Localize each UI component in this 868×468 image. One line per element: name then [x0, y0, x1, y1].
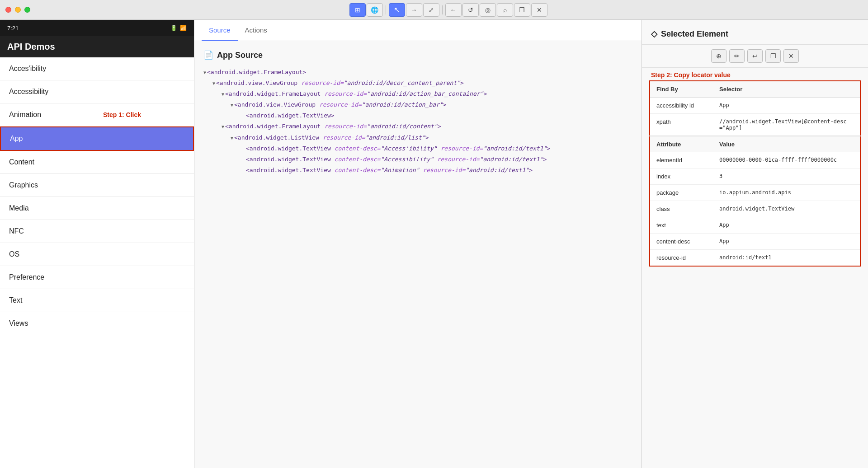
signal-icon: 📶	[180, 25, 187, 31]
xml-tree-row[interactable]: <android.widget.TextView>	[203, 111, 632, 121]
toolbar-separator-2	[442, 5, 443, 14]
arrow-right-button[interactable]: →	[406, 3, 422, 17]
back-icon: ←	[450, 6, 457, 14]
selected-element-header: ◇ Selected Element	[642, 20, 868, 45]
copy-icon: ❐	[519, 6, 525, 14]
locator-table: Find By Selector accessibility idAppxpat…	[649, 80, 861, 267]
grid-view-button[interactable]: ⊞	[349, 3, 366, 17]
tree-arrow[interactable]: ▼	[212, 80, 215, 87]
xml-tree-row[interactable]: ▼ <android.view.ViewGroup resource-id="a…	[203, 78, 632, 88]
step2-annotation: Step 2: Copy locator value	[642, 68, 868, 80]
device-list-item[interactable]: App	[0, 126, 194, 151]
locator-find-by: accessibility id	[650, 98, 713, 114]
attribute-row: resource-idandroid:id/text1	[650, 250, 860, 267]
device-status-icons: 🔋 📶	[170, 25, 187, 31]
search-button[interactable]: ⌕	[497, 3, 513, 17]
main-layout: 7:21 🔋 📶 API Demos Acces'ibilityAccessib…	[0, 20, 868, 468]
eye-button[interactable]: ◎	[480, 3, 496, 17]
app-source-title: 📄 App Source	[203, 50, 632, 60]
copy-locator-button[interactable]: ❐	[765, 49, 781, 63]
tree-arrow[interactable]: ▼	[222, 90, 224, 98]
tree-arrow[interactable]: ▼	[231, 101, 233, 109]
close-view-button[interactable]: ✕	[531, 3, 547, 17]
device-time: 7:21	[7, 25, 170, 32]
attribute-value: 00000000-0000-01ca-ffff-ffff0000000c	[713, 152, 860, 168]
device-list-item[interactable]: Graphics	[0, 174, 194, 197]
locator-row[interactable]: xpath//android.widget.TextView[@content-…	[650, 114, 860, 136]
locator-find-by: xpath	[650, 114, 713, 136]
attribute-name: text	[650, 217, 713, 234]
search-icon: ⌕	[503, 6, 507, 14]
locator-selector[interactable]: App	[713, 98, 860, 114]
crosshair-button[interactable]: ⊕	[711, 49, 726, 63]
attribute-row: packageio.appium.android.apis	[650, 185, 860, 201]
minimize-button[interactable]	[15, 7, 21, 13]
locator-table-container: Find By Selector accessibility idAppxpat…	[642, 80, 868, 468]
device-list-item[interactable]: Acces'ibility	[0, 57, 194, 80]
globe-button[interactable]: 🌐	[367, 3, 383, 17]
xml-tree-row[interactable]: <android.widget.TextView content-desc="A…	[203, 165, 632, 175]
device-list-item[interactable]: Content	[0, 151, 194, 174]
globe-icon: 🌐	[371, 6, 378, 14]
crosshair-icon: ⊕	[716, 52, 722, 60]
maximize-button[interactable]	[24, 7, 30, 13]
step1-annotation-label: Step 1: Click	[103, 111, 141, 118]
locator-row[interactable]: accessibility idApp	[650, 98, 860, 114]
source-panel: Source Actions 📄 App Source ▼ <android.w…	[194, 20, 642, 468]
refresh-button[interactable]: ↺	[462, 3, 479, 17]
tab-actions[interactable]: Actions	[238, 20, 274, 41]
xml-tree-row[interactable]: ▼ <android.widget.FrameLayout resource-i…	[203, 122, 632, 131]
xml-tree-row[interactable]: ▼ <android.widget.ListView resource-id="…	[203, 133, 632, 143]
attribute-value: 3	[713, 168, 860, 185]
device-list-item[interactable]: Views	[0, 312, 194, 335]
arrow-right-icon: →	[411, 6, 417, 14]
panel-tabs: Source Actions	[194, 20, 642, 41]
battery-icon: 🔋	[170, 25, 177, 31]
xml-tree-row[interactable]: ▼ <android.view.ViewGroup resource-id="a…	[203, 100, 632, 110]
xml-tree-row[interactable]: <android.widget.TextView content-desc="A…	[203, 144, 632, 154]
clear-button[interactable]: ✕	[783, 49, 799, 63]
undo-button[interactable]: ↩	[747, 49, 763, 63]
source-panel-content: 📄 App Source ▼ <android.widget.FrameLayo…	[194, 41, 642, 468]
locator-selector[interactable]: //android.widget.TextView[@content-desc=…	[713, 114, 860, 136]
close-button[interactable]	[5, 7, 11, 13]
attribute-row: index3	[650, 168, 860, 185]
attribute-value: android.widget.TextView	[713, 201, 860, 217]
device-list-item[interactable]: Preference	[0, 266, 194, 289]
edit-button[interactable]: ✏	[729, 49, 745, 63]
attribute-row: classandroid.widget.TextView	[650, 201, 860, 217]
device-list-item[interactable]: AnimationStep 1: Click	[0, 103, 194, 126]
cursor-button[interactable]: ↖	[389, 3, 405, 17]
attribute-value: io.appium.android.apis	[713, 185, 860, 201]
attribute-name: package	[650, 185, 713, 201]
cursor-icon: ↖	[394, 5, 400, 14]
xml-tree-row[interactable]: ▼ <android.widget.FrameLayout>	[203, 67, 632, 77]
device-list-item[interactable]: NFC	[0, 220, 194, 243]
copy-source-button[interactable]: ❐	[514, 3, 530, 17]
attribute-value: android:id/text1	[713, 250, 860, 267]
device-app-title: API Demos	[0, 36, 194, 57]
back-button[interactable]: ←	[445, 3, 462, 17]
tab-source[interactable]: Source	[202, 20, 238, 41]
device-status-bar: 7:21 🔋 📶	[0, 20, 194, 36]
title-bar: ⊞ 🌐 ↖ → ⤢ ← ↺ ◎ ⌕ ❐ ✕	[0, 0, 868, 20]
element-panel: ◇ Selected Element ⊕ ✏ ↩ ❐ ✕ Step 2: Cop…	[642, 20, 868, 468]
device-panel: 7:21 🔋 📶 API Demos Acces'ibilityAccessib…	[0, 20, 194, 468]
find-by-header: Find By	[650, 81, 713, 98]
xml-tree-row[interactable]: <android.widget.TextView content-desc="A…	[203, 154, 632, 164]
device-list-item[interactable]: Accessibility	[0, 80, 194, 103]
xml-tree-row[interactable]: ▼ <android.widget.FrameLayout resource-i…	[203, 89, 632, 99]
attribute-value: App	[713, 217, 860, 234]
tree-arrow[interactable]: ▼	[222, 123, 224, 131]
attribute-name: elementId	[650, 152, 713, 168]
device-list-item[interactable]: OS	[0, 243, 194, 266]
eye-icon: ◎	[485, 6, 491, 14]
attribute-value: App	[713, 234, 860, 250]
refresh-icon: ↺	[468, 6, 473, 14]
tree-arrow[interactable]: ▼	[231, 134, 233, 142]
device-list-item[interactable]: Text	[0, 289, 194, 312]
resize-button[interactable]: ⤢	[423, 3, 439, 17]
tree-arrow[interactable]: ▼	[203, 69, 206, 76]
device-list-item[interactable]: Media	[0, 197, 194, 220]
grid-icon: ⊞	[355, 6, 360, 14]
